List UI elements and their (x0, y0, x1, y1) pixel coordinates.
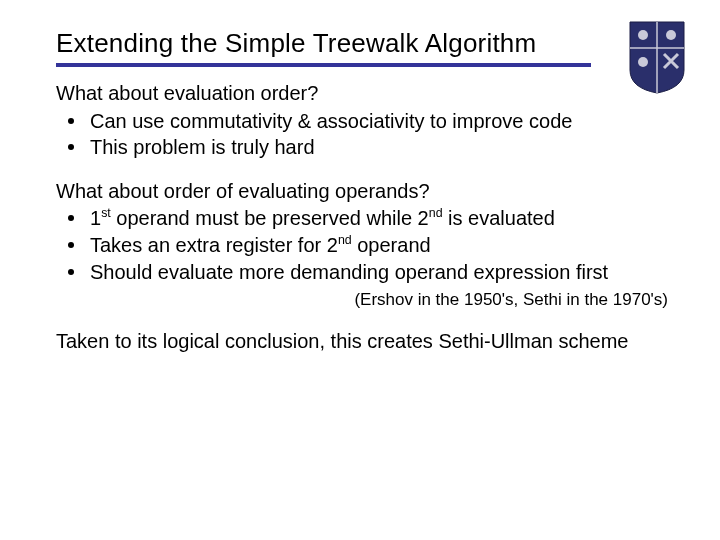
section2-lead: What about order of evaluating operands? (56, 179, 672, 205)
section1-lead: What about evaluation order? (56, 81, 672, 107)
list-item: 1st operand must be preserved while 2nd … (56, 206, 672, 232)
svg-point-0 (638, 30, 648, 40)
svg-point-1 (666, 30, 676, 40)
text: 1 (90, 207, 101, 229)
svg-point-2 (638, 57, 648, 67)
slide-body: What about evaluation order? Can use com… (56, 81, 672, 355)
conclusion-text: Taken to its logical conclusion, this cr… (56, 329, 672, 355)
attribution-text: (Ershov in the 1950's, Sethi in the 1970… (56, 289, 668, 311)
text: operand (352, 234, 431, 256)
section1-list: Can use commutativity & associativity to… (56, 109, 672, 161)
ordinal-suffix: nd (429, 207, 443, 221)
crest-logo (628, 20, 686, 95)
text: is evaluated (443, 207, 555, 229)
ordinal-suffix: nd (338, 233, 352, 247)
list-item: Takes an extra register for 2nd operand (56, 233, 672, 259)
section2-list: 1st operand must be preserved while 2nd … (56, 206, 672, 285)
list-item: This problem is truly hard (56, 135, 672, 161)
slide-title: Extending the Simple Treewalk Algorithm (56, 28, 672, 61)
ordinal-suffix: st (101, 207, 111, 221)
title-underline (56, 63, 591, 67)
text: Takes an extra register for 2 (90, 234, 338, 256)
list-item: Can use commutativity & associativity to… (56, 109, 672, 135)
slide: Extending the Simple Treewalk Algorithm … (0, 0, 720, 540)
text: operand must be preserved while 2 (111, 207, 429, 229)
list-item: Should evaluate more demanding operand e… (56, 260, 672, 286)
